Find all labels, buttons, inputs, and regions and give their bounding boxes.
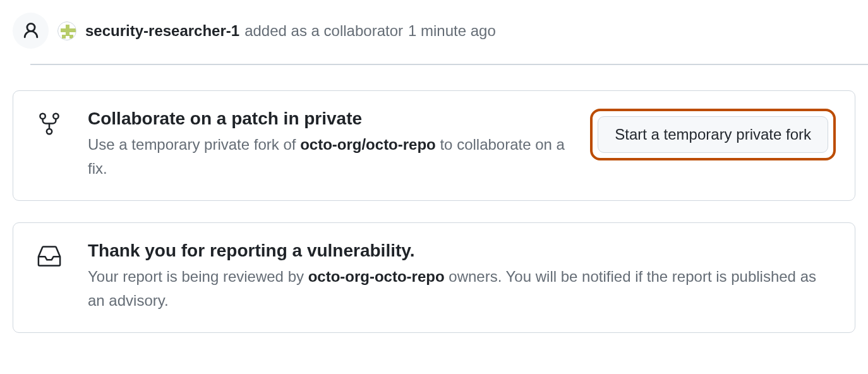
thanks-title: Thank you for reporting a vulnerability. <box>88 241 836 261</box>
start-private-fork-button[interactable]: Start a temporary private fork <box>598 116 828 153</box>
user-avatar[interactable] <box>57 21 76 40</box>
collaborate-description: Use a temporary private fork of octo-org… <box>88 133 569 181</box>
timeline-event: security-researcher-1 added as a collabo… <box>0 0 868 64</box>
timeline-timestamp: 1 minute ago <box>408 22 496 40</box>
thanks-description: Your report is being reviewed by octo-or… <box>88 265 836 313</box>
highlight-ring: Start a temporary private fork <box>590 109 836 160</box>
fork-icon <box>32 109 66 136</box>
inbox-icon <box>32 241 66 268</box>
collaborate-card: Collaborate on a patch in private Use a … <box>13 90 855 201</box>
person-icon <box>13 13 49 49</box>
thanks-card: Thank you for reporting a vulnerability.… <box>13 222 855 333</box>
username-link[interactable]: security-researcher-1 <box>85 22 239 40</box>
timeline-text: security-researcher-1 added as a collabo… <box>85 22 496 40</box>
repo-name: octo-org/octo-repo <box>300 136 436 153</box>
timeline-action: added as a collaborator <box>244 22 403 40</box>
collaborate-title: Collaborate on a patch in private <box>88 109 569 129</box>
repo-name: octo-org-octo-repo <box>308 268 445 285</box>
